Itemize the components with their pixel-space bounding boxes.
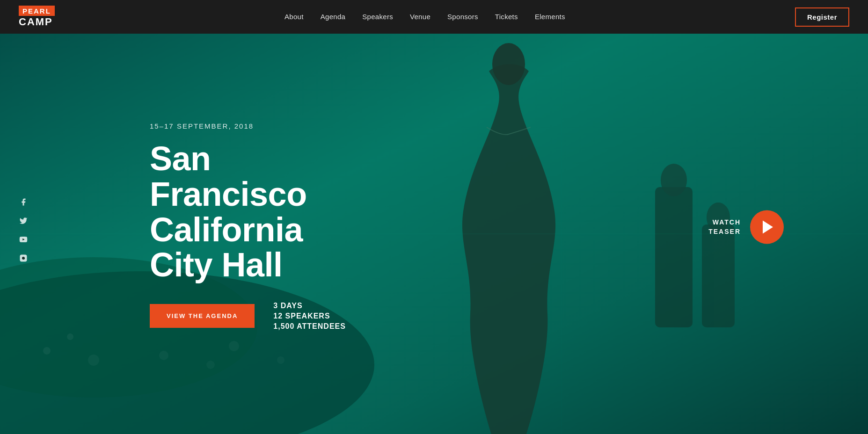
hero-title: San Francisco California City Hall [150,141,374,282]
hero-content: 15–17 SEPTEMBER, 2018 San Francisco Cali… [0,88,374,345]
svg-point-15 [277,356,284,364]
svg-point-6 [661,164,687,196]
watch-teaser-label: WATCH TEASER [708,218,741,236]
nav-link-venue[interactable]: Venue [410,13,430,21]
nav-link-speakers[interactable]: Speakers [362,13,393,21]
navbar: PEARL CAMP About Agenda Speakers Venue S… [0,0,868,34]
hero-section: 15–17 SEPTEMBER, 2018 San Francisco Cali… [0,0,868,434]
nav-item-elements[interactable]: Elements [535,13,565,21]
nav-link-about[interactable]: About [284,13,304,21]
logo[interactable]: PEARL CAMP [19,6,55,28]
svg-point-10 [88,354,99,366]
nav-item-speakers[interactable]: Speakers [362,13,393,21]
hero-stat-speakers: 12 SPEAKERS [273,312,346,320]
nav-item-sponsors[interactable]: Sponsors [447,13,478,21]
svg-point-9 [43,347,51,354]
logo-camp: CAMP [19,16,53,28]
hero-date: 15–17 SEPTEMBER, 2018 [150,122,374,130]
hero-stat-days: 3 DAYS [273,302,346,310]
nav-item-venue[interactable]: Venue [410,13,430,21]
nav-link-elements[interactable]: Elements [535,13,565,21]
nav-link-tickets[interactable]: Tickets [495,13,518,21]
svg-rect-5 [655,187,693,327]
nav-item-agenda[interactable]: Agenda [321,13,346,21]
svg-point-12 [159,351,168,360]
nav-links: About Agenda Speakers Venue Sponsors Tic… [284,13,565,21]
hero-stat-attendees: 1,500 ATTENDEES [273,322,346,331]
svg-point-4 [492,43,525,85]
hero-title-line2: California City Hall [150,211,303,284]
view-agenda-button[interactable]: VIEW THE AGENDA [150,304,255,328]
play-button[interactable] [750,210,784,244]
logo-pearl: PEARL [19,6,55,16]
hero-stats: 3 DAYS 12 SPEAKERS 1,500 ATTENDEES [273,302,346,331]
play-icon [763,221,773,234]
register-button[interactable]: Register [795,7,849,27]
hero-title-line1: San Francisco [150,140,307,213]
nav-link-agenda[interactable]: Agenda [321,13,346,21]
nav-link-sponsors[interactable]: Sponsors [447,13,478,21]
hero-cta-row: VIEW THE AGENDA 3 DAYS 12 SPEAKERS 1,500… [150,302,374,331]
svg-point-13 [206,361,215,369]
watch-teaser[interactable]: WATCH TEASER [708,210,784,244]
nav-item-about[interactable]: About [284,13,304,21]
nav-item-tickets[interactable]: Tickets [495,13,518,21]
